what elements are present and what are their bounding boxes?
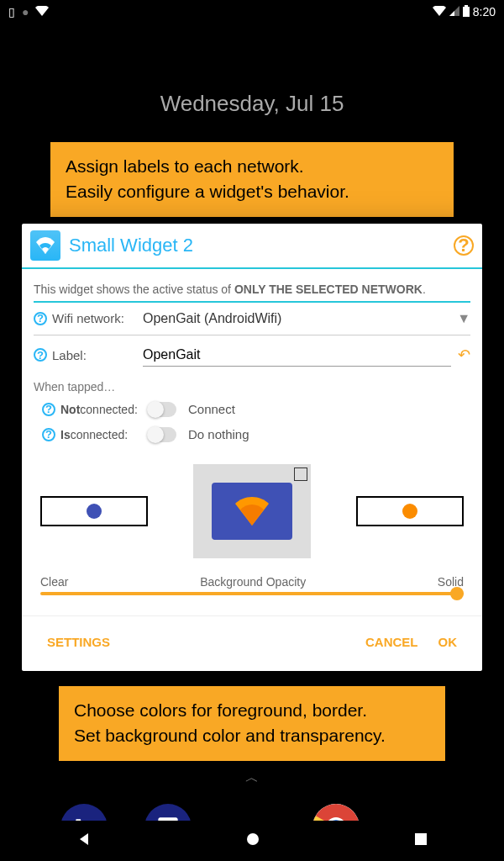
slider-thumb[interactable] (450, 587, 464, 600)
opacity-center-label: Background Opacity (200, 575, 306, 589)
cancel-button[interactable]: CANCEL (355, 628, 428, 656)
when-tapped-heading: When tapped… (34, 375, 470, 397)
dialog-title: Small Widget 2 (69, 235, 454, 256)
help-hint-icon[interactable]: ? (42, 403, 55, 416)
help-hint-icon[interactable]: ? (34, 312, 47, 325)
svg-rect-0 (463, 7, 470, 17)
wifi-network-row[interactable]: ?Wifi network: OpenGait (AndroidWifi) ▼ (34, 303, 470, 335)
resize-handle-icon (294, 467, 307, 481)
info-text: This widget shows the active status of O… (34, 277, 470, 303)
opacity-solid-label: Solid (438, 575, 464, 589)
undo-icon[interactable]: ↶ (458, 346, 470, 364)
notification-icon: ▯ (8, 5, 15, 18)
is-connected-row: ?Is connected: Do nothing (34, 422, 470, 447)
is-connected-switch[interactable] (148, 427, 176, 442)
label-input[interactable] (143, 344, 451, 367)
nav-bar (0, 821, 504, 861)
notification-dot-icon: ● (22, 5, 29, 18)
not-connected-row: ?Not connected: Connect (34, 397, 470, 422)
widget-preview[interactable] (193, 464, 311, 558)
help-icon[interactable]: ? (454, 235, 474, 256)
wifi-status-icon (35, 5, 49, 18)
dialog-header: Small Widget 2 ? (22, 224, 482, 269)
color-dot (402, 504, 417, 519)
callout-bottom: Choose colors for foreground, border. Se… (59, 686, 445, 761)
ok-button[interactable]: OK (428, 628, 468, 656)
help-hint-icon[interactable]: ? (34, 348, 47, 362)
cell-signal-icon (449, 5, 459, 18)
chevron-up-icon[interactable]: ︿ (0, 769, 504, 787)
nav-recent-icon[interactable] (414, 832, 428, 849)
callout-line: Easily configure a widget's behavior. (66, 179, 438, 204)
help-hint-icon[interactable]: ? (42, 428, 55, 441)
svg-rect-6 (415, 833, 427, 845)
opacity-slider[interactable] (40, 592, 464, 595)
date-header: Wednesday, Jul 15 (0, 91, 504, 117)
callout-line: Assign labels to each network. (66, 154, 438, 179)
nav-home-icon[interactable] (245, 832, 260, 850)
battery-icon (463, 5, 470, 19)
preview-widget (212, 483, 292, 540)
callout-line: Choose colors for foreground, border. (74, 698, 430, 723)
callout-line: Set background color and transparency. (74, 723, 430, 748)
svg-rect-1 (465, 5, 468, 7)
border-color-swatch[interactable] (40, 496, 148, 526)
is-connected-value: Do nothing (188, 427, 249, 441)
opacity-labels: Clear Background Opacity Solid (34, 567, 470, 592)
dialog-actions: SETTINGS CANCEL OK (22, 615, 482, 671)
not-connected-switch[interactable] (148, 402, 176, 417)
foreground-color-swatch[interactable] (356, 496, 464, 526)
widget-config-dialog: Small Widget 2 ? This widget shows the a… (22, 224, 482, 671)
chevron-down-icon: ▼ (457, 311, 470, 326)
clock-text: 8:20 (473, 5, 496, 18)
not-connected-value: Connect (188, 402, 235, 416)
svg-point-5 (247, 833, 259, 845)
app-wifi-icon (30, 230, 60, 261)
nav-back-icon[interactable] (76, 832, 92, 850)
callout-top: Assign labels to each network. Easily co… (50, 142, 454, 217)
opacity-clear-label: Clear (40, 575, 68, 589)
wifi-signal-icon (433, 5, 446, 18)
wifi-network-value: OpenGait (AndroidWifi) (143, 311, 457, 326)
status-bar: ▯ ● 8:20 (0, 0, 504, 24)
color-dot (87, 504, 102, 519)
label-row: ?Label: ↶ (34, 335, 470, 375)
settings-button[interactable]: SETTINGS (37, 628, 120, 656)
color-row (34, 447, 470, 567)
